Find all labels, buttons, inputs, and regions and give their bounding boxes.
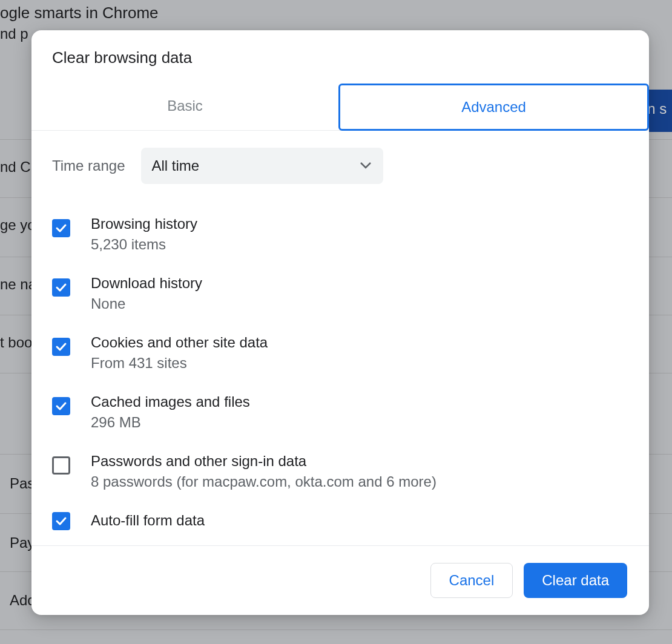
time-range-select[interactable]: All time (141, 148, 383, 184)
checkbox-browsing-history[interactable] (52, 219, 70, 237)
option-desc: 5,230 items (91, 236, 197, 253)
dialog-tabs: Basic Advanced (31, 84, 649, 131)
checkbox-passwords[interactable] (52, 456, 70, 475)
clear-data-button[interactable]: Clear data (524, 563, 627, 598)
option-cached-images: Cached images and files 296 MB (39, 383, 642, 442)
dialog-body: Time range All time Browsing history 5,2… (31, 131, 649, 545)
options-list: Browsing history 5,230 items Download hi… (31, 195, 649, 530)
clear-browsing-data-dialog: Clear browsing data Basic Advanced Time … (31, 30, 649, 615)
time-range-row: Time range All time (31, 131, 649, 195)
checkbox-cookies[interactable] (52, 338, 70, 356)
tab-basic[interactable]: Basic (31, 84, 338, 130)
time-range-label: Time range (52, 157, 125, 174)
option-desc: None (91, 295, 202, 312)
option-passwords: Passwords and other sign-in data 8 passw… (39, 442, 642, 501)
option-title: Passwords and other sign-in data (91, 453, 436, 470)
tab-advanced[interactable]: Advanced (338, 84, 649, 131)
option-title: Cached images and files (91, 393, 250, 410)
option-title: Download history (91, 275, 202, 292)
checkbox-download-history[interactable] (52, 278, 70, 297)
option-title: Browsing history (91, 215, 197, 232)
chevron-down-icon (360, 160, 371, 171)
option-autofill: Auto-fill form data (39, 501, 642, 530)
checkbox-autofill[interactable] (52, 512, 70, 530)
option-download-history: Download history None (39, 264, 642, 323)
checkbox-cached-images[interactable] (52, 397, 70, 415)
cancel-button[interactable]: Cancel (430, 563, 513, 598)
option-desc: 8 passwords (for macpaw.com, okta.com an… (91, 473, 436, 490)
option-title: Cookies and other site data (91, 334, 268, 351)
option-desc: From 431 sites (91, 355, 268, 372)
option-cookies: Cookies and other site data From 431 sit… (39, 323, 642, 383)
option-browsing-history: Browsing history 5,230 items (39, 205, 642, 264)
time-range-value: All time (152, 157, 200, 174)
option-title: Auto-fill form data (91, 512, 205, 529)
option-desc: 296 MB (91, 414, 250, 431)
dialog-title: Clear browsing data (31, 30, 649, 84)
dialog-footer: Cancel Clear data (31, 545, 649, 615)
